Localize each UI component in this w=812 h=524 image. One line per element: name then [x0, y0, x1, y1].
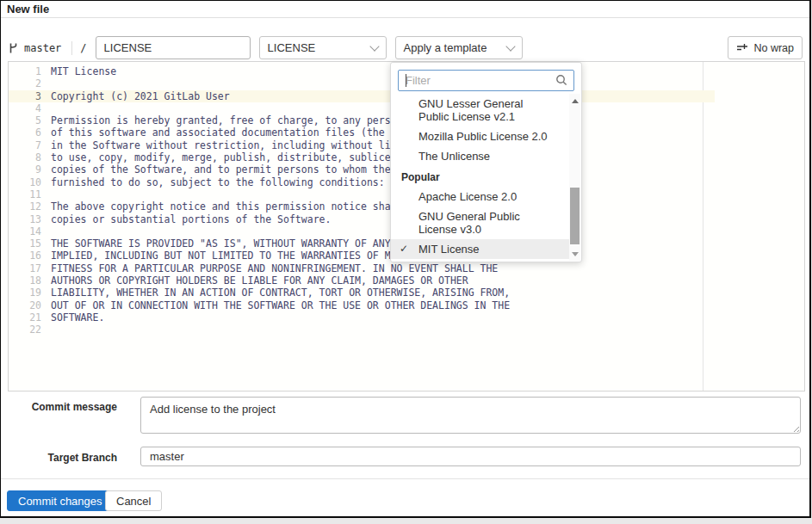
line-number: 11	[9, 188, 41, 200]
cancel-button[interactable]: Cancel	[105, 490, 162, 511]
search-icon	[555, 74, 567, 86]
line-number: 7	[9, 139, 41, 151]
template-option[interactable]: ✓GNU General Public License v3.0	[391, 207, 569, 239]
chevron-down-icon	[369, 41, 379, 51]
target-branch-label: Target Branch	[8, 452, 117, 464]
line-text: AUTHORS OR COPYRIGHT HOLDERS BE LIABLE F…	[51, 274, 468, 287]
screen: New file master / LICENSE Apply a templa…	[0, 0, 812, 524]
template-section-header: Popular	[391, 166, 581, 187]
soft-wrap-icon	[736, 43, 749, 52]
line-text: FITNESS FOR A PARTICULAR PURPOSE AND NON…	[51, 262, 498, 274]
line-number: 5	[9, 114, 41, 126]
line-text: OUT OF OR IN CONNECTION WITH THE SOFTWAR…	[51, 299, 510, 311]
new-file-page: New file master / LICENSE Apply a templa…	[0, 0, 811, 518]
template-option[interactable]: ✓GNU Lesser General Public License v2.1	[391, 94, 569, 126]
code-line[interactable]: 19LIABILITY, WHETHER IN AN ACTION OF CON…	[9, 287, 804, 299]
scrollbar-thumb[interactable]	[570, 188, 580, 244]
line-number: 20	[9, 299, 41, 311]
line-number: 17	[9, 262, 41, 274]
template-option-label: The Unlicense	[418, 150, 490, 163]
line-number: 15	[9, 237, 41, 250]
toolbar-separator	[71, 41, 72, 55]
file-type-select-value: LICENSE	[268, 41, 316, 54]
filter-wrap	[398, 70, 574, 91]
line-number: 10	[9, 176, 41, 188]
title-divider	[1, 17, 809, 18]
chevron-down-icon	[505, 41, 515, 51]
file-toolbar: master / LICENSE Apply a template No	[8, 36, 803, 59]
form-divider	[1, 478, 809, 479]
template-option-label: Mozilla Public License 2.0	[418, 130, 548, 143]
template-option[interactable]: ✓Mozilla Public License 2.0	[391, 126, 569, 146]
code-line[interactable]: 18AUTHORS OR COPYRIGHT HOLDERS BE LIABLE…	[9, 274, 804, 287]
line-number: 13	[9, 213, 41, 225]
template-list: ✓GNU Lesser General Public License v2.1✓…	[391, 94, 581, 261]
path-separator: /	[80, 42, 86, 54]
template-option-label: MIT License	[418, 243, 480, 256]
scroll-up-arrow-icon[interactable]	[569, 96, 580, 106]
filter-input[interactable]	[398, 70, 574, 91]
filename-input[interactable]	[96, 36, 251, 59]
line-number: 9	[9, 163, 41, 176]
line-text: MIT License	[51, 65, 116, 77]
no-wrap-label: No wrap	[753, 42, 794, 54]
template-option[interactable]: ✓MIT License	[391, 239, 569, 259]
line-number: 4	[9, 102, 41, 114]
template-option[interactable]: ✓Apache License 2.0	[391, 187, 569, 207]
template-dropdown-panel: ✓GNU Lesser General Public License v2.1✓…	[390, 62, 582, 262]
line-number: 22	[9, 324, 41, 336]
line-text: Copyright (c) 2021 GitLab User	[51, 90, 230, 102]
check-icon: ✓	[400, 243, 408, 256]
line-number: 21	[9, 311, 41, 324]
code-line[interactable]: 21SOFTWARE.	[9, 311, 804, 324]
line-text: copies or substantial portions of the So…	[51, 213, 331, 225]
branch-name: master	[24, 42, 61, 54]
file-type-select[interactable]: LICENSE	[259, 36, 387, 59]
no-wrap-button[interactable]: No wrap	[728, 36, 803, 59]
template-select[interactable]: Apply a template	[395, 36, 523, 59]
template-option[interactable]: ✓The Unlicense	[391, 146, 569, 166]
line-number: 2	[9, 77, 41, 89]
template-option-label: GNU Lesser General Public License v2.1	[418, 97, 523, 123]
code-line[interactable]: 17FITNESS FOR A PARTICULAR PURPOSE AND N…	[9, 262, 804, 274]
code-line[interactable]: 22	[9, 324, 804, 336]
commit-changes-button[interactable]: Commit changes	[7, 490, 114, 511]
code-line[interactable]: 20OUT OF OR IN CONNECTION WITH THE SOFTW…	[9, 299, 804, 311]
line-number: 8	[9, 151, 41, 163]
commit-message-textarea[interactable]: Add license to the project	[140, 397, 801, 434]
line-number: 19	[9, 287, 41, 299]
line-text: LIABILITY, WHETHER IN AN ACTION OF CONTR…	[51, 287, 510, 299]
scroll-down-arrow-icon[interactable]	[569, 249, 580, 259]
git-branch-icon	[8, 42, 19, 54]
text-caret	[406, 74, 406, 87]
template-items: ✓GNU Lesser General Public License v2.1✓…	[391, 94, 581, 259]
line-text: furnished to do so, subject to the follo…	[51, 176, 385, 188]
line-text: SOFTWARE.	[51, 311, 104, 324]
template-option-label: GNU General Public License v3.0	[418, 210, 520, 236]
line-number: 1	[9, 65, 41, 77]
line-number: 14	[9, 225, 41, 237]
line-number: 3	[9, 90, 41, 102]
line-number: 12	[9, 200, 41, 213]
dropdown-scrollbar[interactable]	[569, 94, 580, 261]
line-number: 16	[9, 250, 41, 262]
page-title: New file	[7, 3, 49, 15]
line-number: 6	[9, 126, 41, 139]
template-option-label: Apache License 2.0	[418, 190, 517, 203]
target-branch-input[interactable]	[140, 447, 801, 466]
branch-ref: master	[8, 42, 61, 54]
commit-message-label: Commit message	[8, 401, 117, 413]
template-select-value: Apply a template	[404, 41, 487, 54]
line-number: 18	[9, 274, 41, 287]
